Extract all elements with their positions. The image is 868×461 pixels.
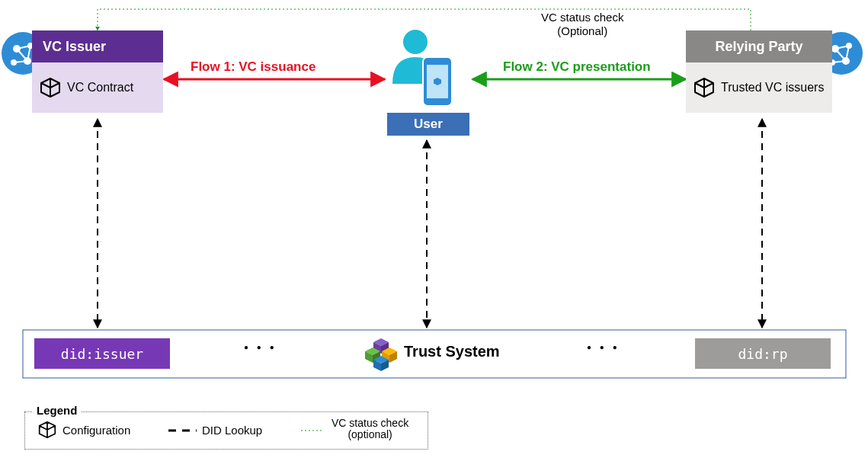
cube-icon bbox=[38, 421, 56, 439]
flow-2-label: Flow 2: VC presentation bbox=[503, 59, 651, 75]
relying-party-title: Relying Party bbox=[715, 39, 802, 55]
vc-issuer-header: VC Issuer bbox=[32, 30, 163, 62]
vc-contract-label: VC Contract bbox=[67, 81, 133, 94]
user-label: User bbox=[414, 117, 443, 132]
did-rp-text: did:rp bbox=[738, 346, 787, 362]
legend-title: Legend bbox=[32, 404, 82, 417]
trust-system-label: Trust System bbox=[404, 343, 500, 360]
legend-config-label: Configuration bbox=[62, 424, 130, 437]
svg-rect-15 bbox=[423, 57, 452, 106]
cube-icon bbox=[40, 77, 61, 98]
ellipsis-left: ● ● ● bbox=[244, 343, 277, 351]
vc-status-check-line1: VC status check bbox=[541, 11, 623, 24]
ellipsis-right: ● ● ● bbox=[587, 343, 620, 351]
user-label-box: User bbox=[387, 113, 469, 136]
vc-issuer-title: VC Issuer bbox=[43, 39, 106, 55]
vc-status-check-line2: (Optional) bbox=[541, 24, 623, 38]
legend-status: VC status check (optional) bbox=[332, 418, 408, 441]
vc-status-check-label: VC status check (Optional) bbox=[541, 11, 623, 38]
svg-rect-16 bbox=[427, 65, 448, 98]
did-rp-pill: did:rp bbox=[695, 338, 831, 369]
legend-status-line1: VC status check bbox=[332, 418, 408, 429]
did-issuer-pill: did:issuer bbox=[34, 338, 170, 369]
legend-config: Configuration bbox=[38, 421, 130, 439]
trusted-issuers-label: Trusted VC issuers bbox=[721, 80, 824, 94]
user-icon bbox=[392, 30, 452, 106]
flow-1-label: Flow 1: VC issuance bbox=[191, 59, 315, 75]
legend-did-lookup-label: DID Lookup bbox=[202, 424, 262, 437]
legend-did-lookup: DID Lookup bbox=[202, 424, 262, 437]
legend-status-line2: (optional) bbox=[332, 429, 408, 440]
svg-point-14 bbox=[403, 30, 428, 54]
vc-issuer-body: VC Contract bbox=[32, 62, 163, 113]
cube-icon bbox=[693, 77, 715, 98]
did-issuer-text: did:issuer bbox=[61, 346, 143, 362]
relying-party-header: Relying Party bbox=[686, 30, 832, 62]
relying-party-body: Trusted VC issuers bbox=[686, 62, 832, 113]
